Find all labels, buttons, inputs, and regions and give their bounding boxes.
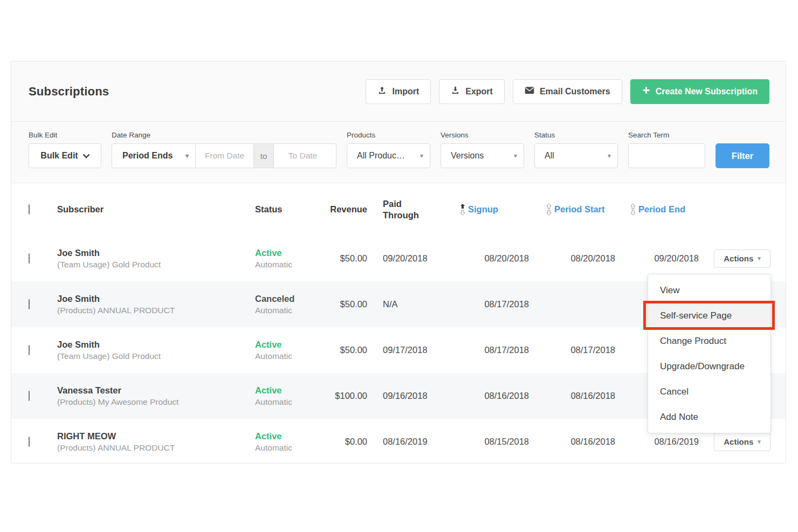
column-header-status: Status [255,204,324,215]
actions-dropdown-menu: View Self-service Page Change Product Up… [648,274,771,433]
plus-icon [642,86,650,96]
menu-item-label: Self-service Page [660,310,732,321]
from-date-input[interactable] [196,144,253,168]
caret-down-icon: ▾ [608,153,611,159]
menu-item-view[interactable]: View [648,278,771,303]
period-start-value: 08/16/2018 [546,391,630,401]
revenue-value: $50.00 [324,253,367,264]
subscriber-name[interactable]: Joe Smith [57,248,255,258]
period-start-header-label: Period Start [554,204,605,215]
menu-item-self-service-page[interactable]: Self-service Page [648,303,771,328]
export-button[interactable]: Export [439,79,505,104]
menu-item-add-note[interactable]: Add Note [648,404,771,430]
status-badge: Active [255,431,324,441]
subscriber-name[interactable]: Joe Smith [57,340,255,350]
paid-through-value: 09/17/2018 [367,345,460,355]
envelope-icon [525,86,534,96]
date-range-group: Date Range Period Ends ▾ to [112,131,336,168]
status-badge: Active [255,385,324,396]
signup-value: 08/17/2018 [460,299,546,309]
bulk-edit-label: Bulk Edit [29,131,101,139]
row-checkbox[interactable] [29,437,30,447]
sort-both-icon [546,203,552,216]
caret-down-icon: ▾ [185,153,189,159]
column-header-paid-through: Paid Through [367,198,460,220]
subscriber-name[interactable]: Vanessa Tester [57,385,255,396]
menu-item-cancel[interactable]: Cancel [648,379,771,404]
subscriber-product: (Team Usage) Gold Product [57,260,255,270]
to-date-input[interactable] [274,144,332,168]
paid-through-value: 08/16/2019 [367,437,460,447]
row-checkbox[interactable] [29,345,30,355]
status-group: Status All ▾ [534,131,618,168]
row-checkbox[interactable] [29,299,30,309]
filter-button[interactable]: Filter [716,143,769,168]
email-customers-button[interactable]: Email Customers [513,79,622,104]
date-range-separator: to [253,144,274,168]
search-input[interactable] [628,143,705,168]
bulk-edit-group: Bulk Edit Bulk Edit [29,131,101,168]
create-new-subscription-button[interactable]: Create New Subscription [630,79,769,104]
paid-through-value: 09/16/2018 [367,391,460,401]
sort-ascending-icon [460,203,465,216]
revenue-value: $50.00 [324,299,367,309]
signup-value: 08/15/2018 [460,437,546,447]
billing-type: Automatic [255,351,324,361]
date-range-label: Date Range [112,131,336,139]
period-start-value: 08/20/2018 [546,253,630,264]
period-start-value: 08/16/2018 [546,437,630,447]
signup-value: 08/20/2018 [460,253,546,264]
actions-button[interactable]: Actions ▾ [714,250,771,268]
status-badge: Active [255,340,324,350]
actions-button[interactable]: Actions ▾ [714,433,771,451]
menu-item-upgrade-downgrade[interactable]: Upgrade/Downgrade [648,354,771,379]
row-checkbox[interactable] [29,253,30,264]
row-checkbox[interactable] [29,391,30,401]
products-group: Products All Produc… ▾ [347,131,430,168]
products-value: All Produc… [357,151,405,161]
upload-icon [377,86,387,97]
column-header-signup[interactable]: Signup [460,203,546,216]
column-header-period-end[interactable]: Period End [630,203,714,216]
period-end-value: 08/16/2019 [630,437,714,447]
status-value: All [545,151,554,161]
paid-through-value: 09/20/2018 [367,253,460,264]
panel-header: Subscriptions Import Export Email Custom… [11,61,786,122]
column-header-revenue: Revenue [324,204,367,215]
bulk-edit-select[interactable]: Bulk Edit [29,143,101,168]
products-select[interactable]: All Produc… ▾ [347,143,430,168]
search-term-label: Search Term [628,131,705,139]
import-button[interactable]: Import [366,79,431,104]
revenue-value: $100.00 [324,391,367,401]
caret-down-icon: ▾ [514,153,517,159]
actions-label: Actions [724,254,753,263]
subscriber-name[interactable]: Joe Smith [57,294,255,304]
billing-type: Automatic [255,443,324,453]
import-label: Import [392,87,419,96]
versions-select[interactable]: Versions ▾ [441,143,524,168]
subscriber-product: (Products) ANNUAL PRODUCT [57,443,255,453]
subscriber-name[interactable]: RIGHT MEOW [57,431,255,441]
signup-value: 08/17/2018 [460,345,546,355]
status-badge: Active [255,248,324,258]
chevron-down-icon [83,151,90,161]
date-range-type-value: Period Ends [122,151,173,161]
date-range-type-select[interactable]: Period Ends ▾ [112,144,196,168]
download-icon [451,86,460,97]
billing-type: Automatic [255,397,324,407]
date-range-controls: Period Ends ▾ to [112,143,336,168]
header-buttons: Import Export Email Customers Create New… [366,79,769,104]
table-header-row: Subscriber Status Revenue Paid Through S… [11,183,786,236]
revenue-value: $50.00 [324,345,367,355]
page-title: Subscriptions [29,85,109,99]
select-all-checkbox[interactable] [29,204,30,215]
status-select[interactable]: All ▾ [534,143,618,168]
search-term-group: Search Term [628,131,705,168]
period-end-header-label: Period End [638,204,685,215]
menu-item-change-product[interactable]: Change Product [648,328,771,354]
column-header-period-start[interactable]: Period Start [546,203,630,216]
email-customers-label: Email Customers [540,87,610,96]
caret-down-icon: ▾ [420,153,423,159]
sort-both-icon [630,203,636,216]
paid-through-value: N/A [367,299,460,309]
